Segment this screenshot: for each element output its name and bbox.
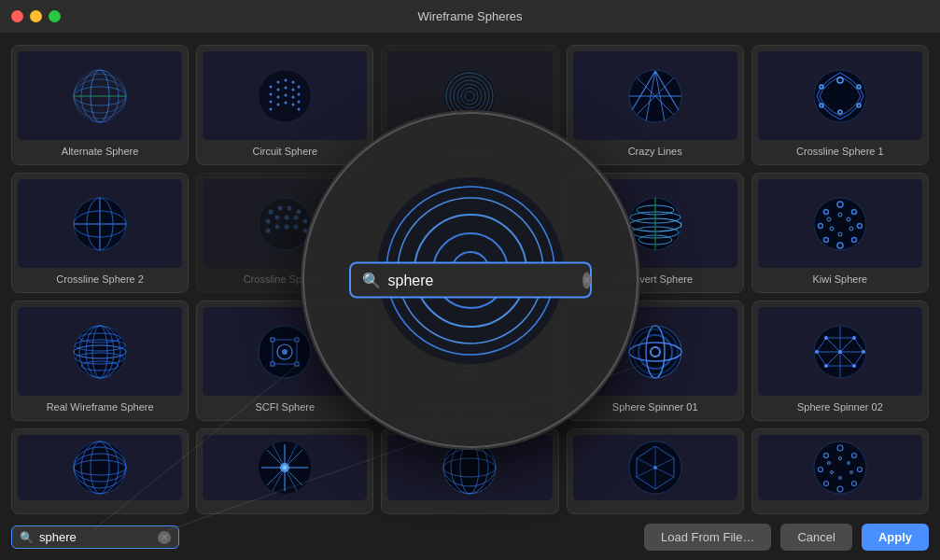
grid-item-bottom2[interactable] xyxy=(196,428,373,514)
svg-point-152 xyxy=(838,350,842,354)
thumb-real-wireframe xyxy=(18,307,182,396)
grid-item-crossline2[interactable]: Crossline Sphere 2 xyxy=(11,173,189,293)
magnifier-overlay: 🔍 ✕ xyxy=(302,112,638,448)
grid-item-crossline1[interactable]: Crossline Sphere 1 xyxy=(751,45,929,165)
grid-item-circuit-sphere[interactable]: Circuit Sphere xyxy=(196,45,373,165)
svg-point-73 xyxy=(285,224,289,229)
svg-point-64 xyxy=(288,205,292,210)
label-kiwi: Kiwi Sphere xyxy=(813,273,868,285)
thumb-crossline2 xyxy=(18,179,182,268)
svg-point-21 xyxy=(285,93,288,96)
svg-point-69 xyxy=(294,215,299,219)
svg-point-157 xyxy=(824,364,828,368)
thumb-circuit-sphere xyxy=(203,51,367,140)
svg-point-153 xyxy=(824,336,828,340)
search-clear-large[interactable]: ✕ xyxy=(582,272,591,288)
svg-point-25 xyxy=(277,103,280,105)
window-controls[interactable] xyxy=(11,10,61,22)
minimize-button[interactable] xyxy=(30,10,42,22)
svg-point-15 xyxy=(277,88,280,91)
grid-item-real-wireframe[interactable]: Real Wireframe Sphere xyxy=(11,301,189,421)
svg-point-22 xyxy=(292,95,295,98)
svg-point-10 xyxy=(277,80,280,83)
close-button[interactable] xyxy=(11,10,23,22)
title-bar: Wireframe Spheres xyxy=(0,0,940,34)
svg-point-19 xyxy=(270,100,273,103)
label-crossline2: Crossline Sphere 2 xyxy=(56,273,144,285)
svg-point-191 xyxy=(653,466,657,469)
svg-point-63 xyxy=(278,205,283,210)
apply-button[interactable]: Apply xyxy=(862,524,929,551)
thumb-spinner02 xyxy=(758,307,922,396)
grid-item-crazy-lines[interactable]: Crazy Lines xyxy=(567,45,744,165)
search-input-small[interactable] xyxy=(39,530,152,544)
label-crazy-lines: Crazy Lines xyxy=(628,146,682,157)
search-icon-small: 🔍 xyxy=(20,531,34,544)
grid-item-spinner02[interactable]: Sphere Spinner 02 xyxy=(751,301,929,421)
svg-point-68 xyxy=(285,215,289,219)
thumb-crossline1 xyxy=(758,51,922,140)
maximize-button[interactable] xyxy=(49,10,61,22)
svg-point-23 xyxy=(298,100,301,103)
svg-point-26 xyxy=(285,101,288,104)
grid-item-bottom5[interactable] xyxy=(751,428,929,514)
svg-point-12 xyxy=(292,80,295,83)
thumb-kiwi xyxy=(758,179,922,268)
label-circuit-sphere: Circuit Sphere xyxy=(252,146,317,157)
svg-point-74 xyxy=(294,224,299,229)
svg-point-67 xyxy=(275,215,280,219)
svg-point-122 xyxy=(282,349,288,355)
svg-point-16 xyxy=(285,86,288,89)
window-title: Wireframe Spheres xyxy=(418,9,523,23)
svg-point-27 xyxy=(292,103,295,105)
label-scfi: SCFI Sphere xyxy=(255,401,315,413)
svg-point-158 xyxy=(815,350,819,354)
thumb-crazy-lines xyxy=(573,51,737,140)
cancel-button[interactable]: Cancel xyxy=(780,524,851,551)
svg-point-14 xyxy=(270,92,273,95)
svg-point-11 xyxy=(285,78,288,81)
thumb-bottom2 xyxy=(203,435,367,500)
svg-point-75 xyxy=(303,228,308,232)
svg-point-66 xyxy=(266,218,271,223)
thumb-bottom4 xyxy=(573,435,737,500)
label-crossline1: Crossline Sphere 1 xyxy=(796,146,884,157)
thumb-bottom1 xyxy=(18,435,182,500)
search-box-small[interactable]: 🔍 ✕ xyxy=(11,525,179,549)
svg-point-62 xyxy=(269,209,274,214)
search-box-large[interactable]: 🔍 ✕ xyxy=(349,262,592,299)
label-real-wireframe: Real Wireframe Sphere xyxy=(47,401,154,413)
svg-point-155 xyxy=(862,350,865,354)
svg-point-72 xyxy=(275,224,280,229)
grid-item-kiwi[interactable]: Kiwi Sphere xyxy=(751,173,929,293)
grid-item-bottom4[interactable] xyxy=(567,428,744,514)
svg-point-65 xyxy=(297,209,302,214)
bottom-bar: 🔍 ✕ Load From File… Cancel Apply xyxy=(11,514,929,560)
label-spinner02: Sphere Spinner 02 xyxy=(797,401,883,413)
svg-point-71 xyxy=(266,228,271,232)
svg-point-156 xyxy=(852,364,856,368)
svg-point-9 xyxy=(270,85,273,88)
label-spinner01: Sphere Spinner 01 xyxy=(612,401,698,413)
svg-point-154 xyxy=(852,336,856,340)
search-icon-large: 🔍 xyxy=(362,272,381,289)
grid-item-alternate-sphere[interactable]: Alternate Sphere xyxy=(11,45,189,165)
svg-point-18 xyxy=(298,92,301,95)
load-from-file-button[interactable]: Load From File… xyxy=(644,524,771,551)
search-clear-small[interactable]: ✕ xyxy=(158,531,171,544)
search-input-large[interactable] xyxy=(388,272,575,288)
svg-point-20 xyxy=(277,95,280,98)
thumb-bottom5 xyxy=(758,435,922,500)
label-alternate-sphere: Alternate Sphere xyxy=(62,146,139,157)
grid-item-bottom1[interactable] xyxy=(11,428,189,514)
svg-point-174 xyxy=(283,466,287,469)
thumb-alternate-sphere xyxy=(18,51,182,140)
svg-point-24 xyxy=(270,107,273,110)
svg-point-28 xyxy=(298,107,301,110)
svg-point-17 xyxy=(292,88,295,91)
svg-point-13 xyxy=(298,85,301,88)
svg-point-70 xyxy=(303,218,308,223)
